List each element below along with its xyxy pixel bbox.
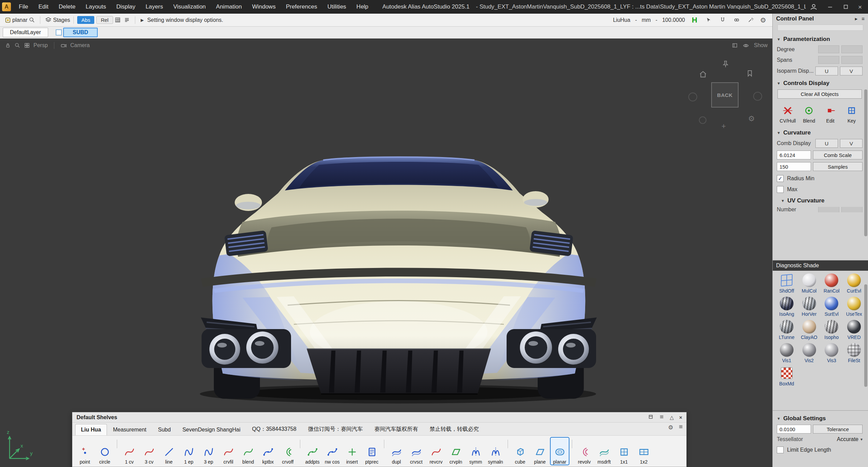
- spans-u-field[interactable]: [818, 56, 839, 64]
- dock-icon[interactable]: [648, 414, 653, 421]
- shelf-tool[interactable]: nw cos: [322, 437, 342, 465]
- shelves-title-bar[interactable]: Default Shelves △ ×: [72, 412, 686, 423]
- samples-button[interactable]: Samples: [813, 162, 863, 171]
- close-button[interactable]: ×: [858, 4, 862, 10]
- layer-color-swatch[interactable]: [56, 29, 62, 36]
- perspective-viewport[interactable]: Persp Camera Show: [0, 39, 772, 467]
- shelf-tool[interactable]: 1 cv: [120, 437, 139, 465]
- shade-mode-item[interactable]: RanCol: [821, 273, 843, 294]
- scale-value[interactable]: 100.0000: [662, 17, 685, 23]
- menu-item[interactable]: Help: [351, 3, 373, 10]
- viewcube-settings-gear-icon[interactable]: ⚙: [748, 115, 755, 123]
- view-name-label[interactable]: Persp: [33, 42, 48, 48]
- diagnostic-shade-header[interactable]: Diagnostic Shade: [773, 260, 868, 271]
- settings-gear-icon[interactable]: ⚙: [760, 17, 766, 24]
- shade-mode-item[interactable]: UseTex: [843, 297, 865, 317]
- shade-mode-item[interactable]: Vis3: [821, 343, 843, 363]
- section-uv-curvature[interactable]: ▼UV Curvature: [781, 197, 863, 204]
- shade-mode-item[interactable]: LTunne: [775, 320, 798, 340]
- samples-input[interactable]: 150: [777, 162, 811, 171]
- comb-u-button[interactable]: U: [815, 139, 838, 148]
- units-label[interactable]: mm: [642, 17, 651, 23]
- shelf-tool[interactable]: crvfil: [219, 437, 238, 465]
- pin-view-icon[interactable]: [721, 60, 730, 70]
- shelf-tool[interactable]: 1x2: [634, 437, 653, 465]
- uv-number-field-2[interactable]: [841, 207, 863, 212]
- shelf-tool[interactable]: 3 ep: [199, 437, 218, 465]
- shelf-tool[interactable]: 3 cv: [139, 437, 159, 465]
- menu-item[interactable]: Edit: [33, 3, 53, 10]
- shelf-tool[interactable]: revcrv: [426, 437, 446, 465]
- viewcube-back-face[interactable]: BACK: [711, 82, 739, 108]
- shade-mode-item[interactable]: FileSt: [843, 343, 865, 363]
- shelf-tool[interactable]: [298, 437, 302, 465]
- clear-all-objects-button[interactable]: Clear All Objects: [777, 89, 862, 99]
- shade-mode-item[interactable]: IsoAng: [775, 297, 798, 317]
- section-curvature[interactable]: ▼Curvature: [777, 129, 863, 136]
- shelf-tab[interactable]: Liu Hua: [75, 424, 107, 435]
- snap-cursor-icon[interactable]: [705, 17, 712, 23]
- shelf-tool[interactable]: 1x1: [614, 437, 634, 465]
- zoom-plus-icon[interactable]: +: [721, 123, 726, 130]
- shelf-tab[interactable]: 赛间汽车版权所有: [369, 423, 424, 435]
- rel-toggle[interactable]: Rel: [96, 16, 113, 24]
- shelf-tool[interactable]: [506, 437, 510, 465]
- shelf-tool[interactable]: ptprec: [362, 437, 382, 465]
- shelf-options-icon[interactable]: [678, 424, 684, 431]
- spans-v-field[interactable]: [841, 56, 863, 64]
- shelf-tool[interactable]: point: [75, 437, 95, 465]
- viewport-zoom-icon[interactable]: [14, 42, 20, 48]
- menu-item[interactable]: Layers: [140, 3, 168, 10]
- shelf-tool[interactable]: insert: [342, 437, 362, 465]
- shade-mode-item[interactable]: ShdOff: [775, 273, 798, 294]
- menu-item[interactable]: Layouts: [81, 3, 111, 10]
- shelf-tool[interactable]: cube: [510, 437, 530, 465]
- degree-u-field[interactable]: [818, 45, 839, 53]
- home-view-icon[interactable]: [699, 70, 707, 80]
- limit-edge-checkbox[interactable]: [777, 447, 784, 453]
- shelf-tab[interactable]: Measurement: [108, 424, 152, 435]
- radius-min-checkbox[interactable]: [777, 175, 784, 182]
- degree-v-field[interactable]: [841, 45, 863, 53]
- isoparm-v-button[interactable]: V: [840, 67, 863, 75]
- shelf-settings-gear-icon[interactable]: ⚙: [668, 425, 673, 430]
- tolerance-button[interactable]: Tolerance: [813, 425, 863, 434]
- scrollbar-thumb[interactable]: [864, 89, 867, 236]
- shade-mode-item[interactable]: VRED: [843, 320, 865, 340]
- shelf-menu-icon[interactable]: [659, 414, 664, 421]
- search-icon[interactable]: [29, 17, 35, 23]
- tessellator-dropdown[interactable]: Accurate▾: [837, 436, 863, 442]
- comb-scale-button[interactable]: Comb Scale: [813, 151, 863, 159]
- panel-expand-icon[interactable]: ▸: [855, 16, 858, 22]
- show-menu-label[interactable]: Show: [754, 42, 768, 48]
- shelf-tab[interactable]: 禁止转载，转载必究: [424, 423, 484, 435]
- maximize-button[interactable]: [842, 3, 849, 10]
- section-parameterization[interactable]: ▼Parameterization: [777, 36, 863, 43]
- lock-icon[interactable]: [5, 42, 11, 48]
- layer-tab-default[interactable]: DefaultLayer: [3, 28, 48, 37]
- camera-label[interactable]: Camera: [70, 42, 90, 48]
- shade-mode-item[interactable]: Vis1: [775, 343, 798, 363]
- viewcube-rotate-left-icon[interactable]: [688, 93, 697, 101]
- uv-number-field[interactable]: [818, 207, 839, 212]
- shade-mode-item[interactable]: Isopho: [821, 320, 843, 340]
- layout-grid-icon[interactable]: [24, 42, 30, 48]
- max-checkbox[interactable]: [777, 186, 784, 193]
- shelf-tool[interactable]: crvsct: [407, 437, 426, 465]
- camera-icon[interactable]: [60, 42, 67, 49]
- shelf-tool[interactable]: blend: [238, 437, 258, 465]
- shelf-tool[interactable]: crvoff: [278, 437, 298, 465]
- comb-scale-input[interactable]: 6.0124: [777, 151, 811, 159]
- stages-icon[interactable]: [45, 17, 52, 23]
- model-render-car-rear[interactable]: [191, 154, 606, 407]
- shade-mode-item[interactable]: MulCol: [798, 273, 821, 294]
- shelf-tool[interactable]: [115, 437, 119, 465]
- shelf-tool[interactable]: [382, 437, 386, 465]
- shelf-tool[interactable]: kptbx: [258, 437, 278, 465]
- abs-toggle[interactable]: Abs: [77, 16, 94, 24]
- layer-tab-subd[interactable]: SUBD: [63, 28, 98, 37]
- orbit-control-icon[interactable]: [699, 116, 706, 124]
- section-controls-display[interactable]: ▼Controls Display: [777, 80, 863, 87]
- controls-display-item[interactable]: CV/Hull: [777, 105, 798, 124]
- shade-mode-item[interactable]: Vis2: [798, 343, 821, 363]
